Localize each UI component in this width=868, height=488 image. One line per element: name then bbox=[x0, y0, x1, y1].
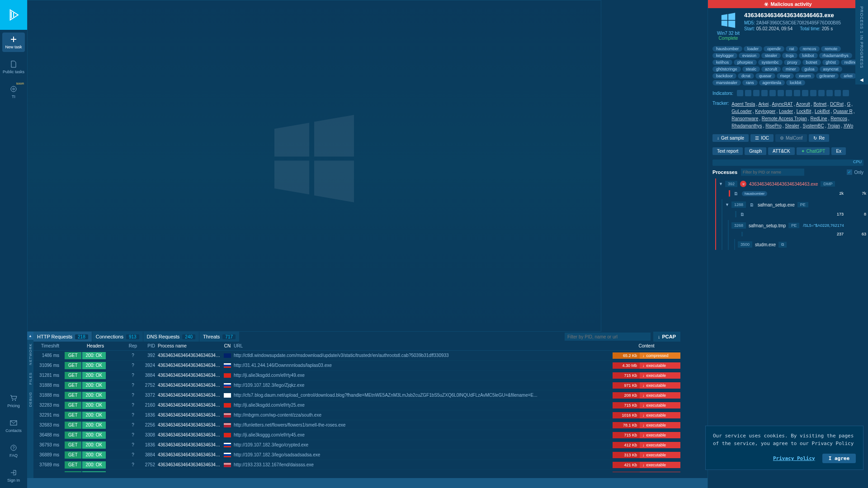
tracker-link[interactable]: DCRat bbox=[830, 102, 844, 107]
threat-tag[interactable]: phorpiex bbox=[734, 60, 757, 65]
tracker-link[interactable]: Azorult bbox=[796, 102, 810, 107]
col-timeshift[interactable]: Timeshift bbox=[33, 343, 63, 348]
col-rep[interactable]: Rep bbox=[126, 343, 140, 348]
table-row[interactable]: 38694 ms GET 200: OK ? 3372 436346346346… bbox=[33, 470, 680, 472]
process-row[interactable]: ▼ 1288 🗎 safman_setup.exe PE bbox=[725, 199, 866, 210]
indicator-icon[interactable] bbox=[818, 90, 825, 96]
threat-tag[interactable]: remote bbox=[821, 46, 841, 52]
text-report-button[interactable]: Text report bbox=[712, 147, 743, 155]
tracker-link[interactable]: G bbox=[847, 102, 850, 107]
ti-button[interactable]: soon TI bbox=[2, 82, 25, 102]
threat-tag[interactable]: opendir bbox=[764, 46, 784, 52]
tracker-link[interactable]: RedLine bbox=[810, 116, 827, 121]
caret-icon[interactable]: ▼ bbox=[725, 202, 730, 207]
attck-button[interactable]: ATT&CK bbox=[768, 147, 795, 155]
rail-label-debug[interactable]: DEBUG bbox=[28, 392, 33, 407]
tracker-link[interactable]: Botnet bbox=[813, 102, 826, 107]
process-tree[interactable]: ▼ 392 ☣ 436346346346436346346463.exe DMP… bbox=[708, 178, 868, 252]
threat-tag[interactable]: lockbit bbox=[786, 80, 805, 85]
table-row[interactable]: 31888 ms GET 200: OK ? 2752 436346346346… bbox=[33, 380, 680, 390]
indicator-icon[interactable] bbox=[753, 90, 760, 96]
sign-in-button[interactable]: Sign In bbox=[2, 466, 25, 485]
table-row[interactable]: 1486 ms GET 200: OK ? 392 43634634634643… bbox=[33, 351, 680, 361]
threat-tag[interactable]: stealer bbox=[761, 53, 781, 58]
tracker-link[interactable]: Stealer bbox=[785, 123, 799, 128]
table-row[interactable]: 36793 ms GET 200: OK ? 1836 436346346346… bbox=[33, 440, 680, 450]
tracker-link[interactable]: Loader bbox=[779, 109, 793, 114]
col-headers[interactable]: Headers bbox=[63, 343, 126, 348]
threat-tag[interactable]: backdoor bbox=[712, 73, 736, 79]
indicator-icon[interactable] bbox=[737, 90, 743, 96]
tracker-link[interactable]: XWo bbox=[844, 123, 854, 128]
pricing-button[interactable]: Pricing bbox=[2, 391, 25, 411]
tab-http-requests[interactable]: HTTP Requests 218 bbox=[33, 332, 92, 342]
table-row[interactable]: 36889 ms GET 200: OK ? 3884 436346346346… bbox=[33, 450, 680, 460]
public-tasks-button[interactable]: Public tasks bbox=[2, 57, 25, 77]
threat-tag[interactable]: dcrat bbox=[738, 73, 754, 79]
contacts-button[interactable]: Contacts bbox=[2, 416, 25, 436]
tracker-link[interactable]: Arkei bbox=[758, 102, 769, 107]
cookie-agree-button[interactable]: I agree bbox=[822, 454, 856, 463]
get-sample-button[interactable]: ↓Get sample bbox=[712, 134, 749, 142]
threat-tag[interactable]: agenttesla bbox=[759, 80, 785, 85]
process-row[interactable]: 3500 studm.exe ⧉ bbox=[738, 239, 866, 250]
process-row[interactable]: ▼ 392 ☣ 436346346346436346346463.exe DMP bbox=[719, 178, 866, 189]
process-badge[interactable]: DMP bbox=[821, 181, 835, 187]
caret-icon[interactable]: ▼ bbox=[719, 182, 723, 186]
threat-tag[interactable]: rhadamanthys bbox=[819, 53, 852, 58]
tracker-link[interactable]: Ransomware bbox=[731, 116, 758, 121]
table-row[interactable]: 32683 ms GET 200: OK ? 2256 436346346346… bbox=[33, 420, 680, 430]
sandbox-desktop[interactable] bbox=[27, 0, 601, 332]
indicator-icon[interactable] bbox=[786, 90, 792, 96]
table-row[interactable]: 37689 ms GET 200: OK ? 2752 436346346346… bbox=[33, 460, 680, 470]
threat-tag[interactable]: rans bbox=[742, 80, 758, 85]
threat-tag[interactable]: remcos bbox=[799, 46, 820, 52]
collapse-arrow-icon[interactable]: ▲ bbox=[27, 332, 33, 340]
tracker-link[interactable]: AsyncRAT bbox=[772, 102, 793, 107]
table-row[interactable]: 32283 ms GET 200: OK ? 2160 436346346346… bbox=[33, 400, 680, 410]
process-badge[interactable]: PE bbox=[788, 223, 799, 228]
tracker-link[interactable]: LokiBot bbox=[815, 109, 830, 114]
rail-label-files[interactable]: FILES bbox=[28, 372, 33, 385]
only-important-checkbox[interactable]: ✓ Only bbox=[847, 169, 863, 175]
tracker-link[interactable]: SystemBC bbox=[803, 123, 824, 128]
threat-tag[interactable]: kelihos bbox=[712, 60, 732, 65]
indicator-icon[interactable] bbox=[843, 90, 849, 96]
indicator-icon[interactable] bbox=[745, 90, 751, 96]
tracker-link[interactable]: Agent Tesla bbox=[731, 102, 755, 107]
tracker-link[interactable]: Rhadamanthys bbox=[731, 123, 762, 128]
col-content[interactable]: Content bbox=[613, 343, 680, 348]
threat-tag[interactable]: proxy bbox=[784, 60, 801, 65]
threat-tag[interactable]: miner bbox=[782, 66, 800, 72]
right-rail-collapse[interactable]: ◀ bbox=[855, 75, 868, 84]
table-row[interactable]: 31096 ms GET 200: OK ? 3924 436346346346… bbox=[33, 361, 680, 371]
tracker-link[interactable]: LockBit bbox=[797, 109, 811, 114]
col-process[interactable]: Process name bbox=[158, 343, 221, 348]
http-filter-input[interactable] bbox=[565, 333, 651, 341]
rail-label-network[interactable]: NETWORK bbox=[28, 343, 33, 365]
threat-tag[interactable]: xworm bbox=[795, 73, 815, 79]
indicator-icon[interactable] bbox=[769, 90, 776, 96]
export-button[interactable]: Ex bbox=[831, 147, 846, 155]
threat-tag[interactable]: keylogger bbox=[712, 53, 737, 58]
re-button[interactable]: ↻Re bbox=[809, 134, 829, 142]
threat-tag[interactable]: troja bbox=[782, 53, 797, 58]
tracker-link[interactable]: RisePro bbox=[765, 123, 782, 128]
threat-tag[interactable]: stealc bbox=[742, 66, 760, 72]
faq-button[interactable]: ? FAQ bbox=[2, 441, 25, 460]
table-row[interactable]: 32291 ms GET 200: OK ? 1836 436346346346… bbox=[33, 410, 680, 420]
indicator-icon[interactable] bbox=[835, 90, 841, 96]
tracker-link[interactable]: Quasar R bbox=[833, 109, 853, 114]
col-pid[interactable]: PID bbox=[140, 343, 158, 348]
threat-tag[interactable]: gh0stcringe bbox=[712, 66, 741, 72]
threat-tag[interactable]: azorult bbox=[761, 66, 781, 72]
tracker-link[interactable]: Remcos bbox=[830, 116, 847, 121]
threat-tag[interactable]: systembc bbox=[758, 60, 783, 65]
tracker-link[interactable]: Remote Access Trojan bbox=[762, 116, 807, 121]
ioc-button[interactable]: ☰IOC bbox=[750, 134, 774, 142]
threat-tag[interactable]: botnet bbox=[802, 60, 821, 65]
tracker-link[interactable]: Trojan bbox=[827, 123, 840, 128]
col-url[interactable]: URL bbox=[234, 343, 613, 348]
table-row[interactable]: 31281 ms GET 200: OK ? 3884 436346346346… bbox=[33, 371, 680, 380]
threat-tag[interactable]: arkei bbox=[840, 73, 856, 79]
